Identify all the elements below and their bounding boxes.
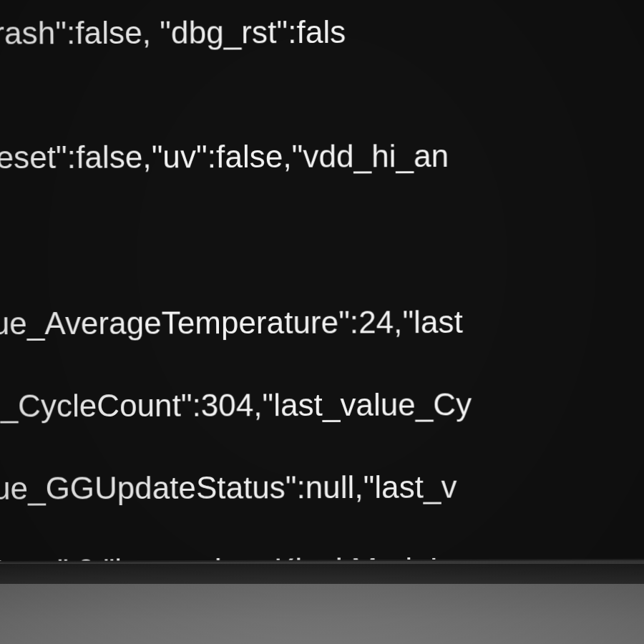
log-screen: .raise, "crash":false, "dbg_rst":fals se… [0,0,644,562]
log-line-blank [0,258,644,262]
log-line: ,"last_value_AverageTemperature":24,"las… [0,300,644,345]
log-line-blank [0,217,644,220]
log-text-block: .raise, "crash":false, "dbg_rst":fals se… [0,0,644,562]
log-line: se,"upc_reset":false,"uv":false,"vdd_hi_… [0,134,644,179]
photo-frame: .raise, "crash":false, "dbg_rst":fals se… [0,0,644,644]
log-line-blank [0,92,644,96]
log-line: .raise, "crash":false, "dbg_rst":fals [0,9,644,54]
desk-surface [0,584,644,644]
screen-bezel [0,564,644,584]
log-line: HighSocDays":0,"last_value_KioskModeL [0,547,644,562]
log-line: ,"last_value_GGUpdateStatus":null,"last_… [0,465,644,509]
log-line: ast_value_CycleCount":304,"last_value_Cy [0,382,644,427]
